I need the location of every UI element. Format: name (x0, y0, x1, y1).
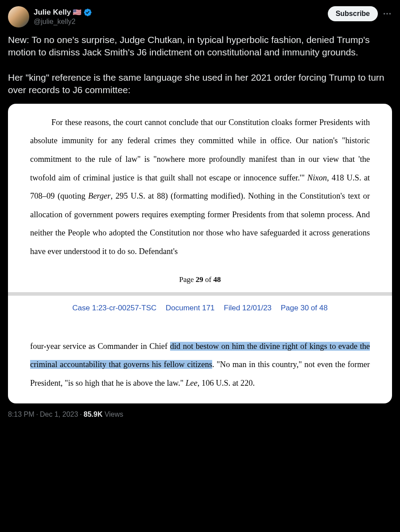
display-name-row[interactable]: Julie Kelly 🇺🇸 (34, 8, 92, 17)
views-label: Views (102, 411, 123, 418)
svg-point-1 (386, 13, 388, 15)
doc-text-pre-nixon: For these reasons, the court cannot conc… (30, 118, 370, 182)
tweet-header: Julie Kelly 🇺🇸 @julie_kelly2 Subscribe (8, 6, 392, 27)
tweet-text: New: To no one's surprise, Judge Chutkan… (8, 34, 392, 97)
page-info: Page 30 of 48 (281, 304, 328, 312)
lee-citation-name: Lee (186, 379, 198, 387)
document-page-29: For these reasons, the court cannot conc… (8, 104, 392, 274)
page-total: 48 (213, 275, 221, 284)
page-divider (8, 292, 392, 296)
user-block[interactable]: Julie Kelly 🇺🇸 @julie_kelly2 (8, 6, 92, 27)
name-block: Julie Kelly 🇺🇸 @julie_kelly2 (34, 8, 92, 26)
page-of: of (203, 275, 214, 284)
berger-citation-name: Berger (88, 192, 111, 200)
header-actions: Subscribe (328, 6, 392, 21)
case-number: Case 1:23-cr-00257-TSC (72, 304, 156, 312)
tweet-date[interactable]: Dec 1, 2023 (40, 411, 78, 418)
subscribe-button[interactable]: Subscribe (328, 6, 378, 21)
tweet-time[interactable]: 8:13 PM (8, 411, 35, 418)
berger-citation-rest: , 295 U.S. at 88) (formatting modified).… (30, 192, 370, 256)
filed-date: Filed 12/01/23 (224, 304, 272, 312)
page-prefix: Page (179, 275, 196, 284)
document-page-30: four-year service as Commander in Chief … (8, 316, 392, 403)
flag-emoji: 🇺🇸 (73, 8, 82, 17)
user-handle[interactable]: @julie_kelly2 (34, 17, 92, 26)
doc-text-pre-highlight: four-year service as Commander in Chief (30, 342, 170, 351)
case-header: Case 1:23-cr-00257-TSC Document 171 File… (8, 296, 392, 316)
page-current: 29 (196, 275, 203, 284)
display-name: Julie Kelly (34, 8, 71, 17)
attached-document-image[interactable]: For these reasons, the court cannot conc… (8, 104, 392, 403)
views-count: 85.9K (84, 411, 103, 418)
document-number: Document 171 (166, 304, 215, 312)
page-marker: Page 29 of 48 (8, 274, 392, 292)
tweet-meta: 8:13 PM·Dec 1, 2023·85.9K Views (8, 410, 392, 419)
nixon-citation-name: Nixon (307, 173, 327, 182)
svg-point-0 (384, 13, 385, 15)
verified-badge-icon (83, 8, 92, 17)
lee-citation-rest: , 106 U.S. at 220. (198, 379, 255, 387)
svg-point-2 (389, 13, 391, 15)
avatar[interactable] (8, 6, 29, 27)
more-icon[interactable] (382, 9, 392, 19)
